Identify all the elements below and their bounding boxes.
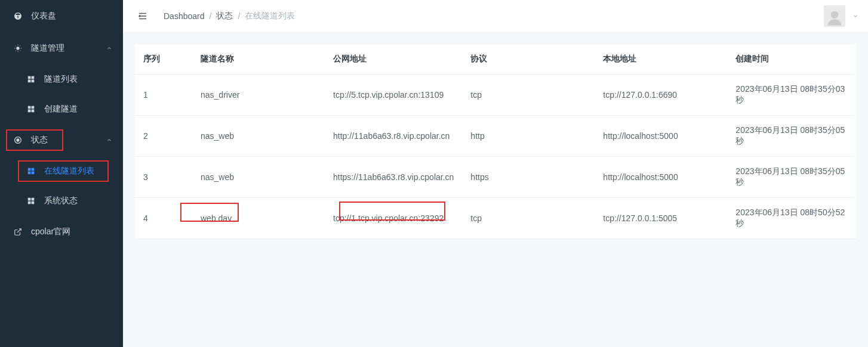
cell-created: 2023年06月13日 08时35分03秒 [727, 75, 856, 116]
grid-icon [26, 166, 36, 176]
topbar: Dashboard / 状态 / 在线隧道列表 [123, 0, 868, 32]
cell-seq: 1 [135, 75, 192, 116]
sidebar-label-official-site: cpolar官网 [31, 227, 70, 237]
svg-rect-12 [32, 168, 35, 171]
breadcrumb-sep: / [238, 11, 240, 21]
svg-point-10 [17, 139, 19, 141]
cell-created: 2023年06月13日 08时35分05秒 [727, 157, 856, 198]
sidebar-item-online-tunnels[interactable]: 在线隧道列表 [0, 156, 123, 186]
sidebar-item-tunnel-list[interactable]: 隧道列表 [0, 64, 123, 94]
th-seq: 序列 [135, 44, 192, 75]
cell-public: tcp://5.tcp.vip.cpolar.cn:13109 [325, 75, 462, 116]
cell-protocol: tcp [462, 75, 595, 116]
sidebar: 仪表盘 隧道管理 隧道列表 创建隧道 状态 [0, 0, 123, 347]
cell-protocol: tcp [462, 198, 595, 239]
cell-seq: 4 [135, 198, 192, 239]
th-name: 隧道名称 [192, 44, 325, 75]
breadcrumb-dashboard[interactable]: Dashboard [164, 11, 205, 21]
cell-public: tcp://1.tcp.vip.cpolar.cn:23292 [325, 198, 462, 239]
th-created: 创建时间 [727, 44, 856, 75]
sidebar-item-status[interactable]: 状态 [0, 124, 123, 156]
th-public: 公网地址 [325, 44, 462, 75]
svg-rect-6 [32, 106, 35, 109]
sidebar-item-system-status[interactable]: 系统状态 [0, 186, 123, 216]
main-area: Dashboard / 状态 / 在线隧道列表 序列 隧道名称 公网地址 协议 … [123, 0, 868, 347]
svg-rect-17 [28, 202, 31, 205]
sidebar-toggle-icon[interactable] [137, 11, 148, 21]
sidebar-label-tunnel-mgmt: 隧道管理 [31, 43, 64, 54]
breadcrumb-sep: / [210, 11, 212, 21]
svg-rect-4 [32, 80, 35, 83]
svg-rect-13 [28, 172, 31, 175]
sidebar-label-system-status: 系统状态 [44, 196, 78, 206]
target-icon [13, 135, 23, 145]
external-link-icon [13, 227, 23, 237]
grid-icon [26, 196, 36, 206]
breadcrumb-current: 在线隧道列表 [245, 11, 295, 21]
sidebar-label-online-tunnels: 在线隧道列表 [44, 166, 94, 176]
cell-public-text: tcp://1.tcp.vip.cpolar.cn:23292 [333, 213, 444, 223]
sidebar-label-dashboard: 仪表盘 [31, 11, 56, 21]
svg-rect-18 [32, 202, 35, 205]
gear-icon [13, 44, 23, 53]
tunnels-table: 序列 隧道名称 公网地址 协议 本地地址 创建时间 1 nas_driver t… [135, 44, 856, 239]
svg-line-19 [17, 229, 21, 233]
grid-icon [26, 104, 36, 114]
table-row: 4 web dav tcp://1.tcp.vip.cpolar.cn:2329… [135, 198, 856, 239]
svg-rect-8 [32, 110, 35, 113]
svg-rect-5 [28, 106, 31, 109]
svg-rect-16 [32, 198, 35, 201]
svg-rect-15 [28, 198, 31, 201]
cell-public: https://11ab6a63.r8.vip.cpolar.cn [325, 157, 462, 198]
cell-created: 2023年06月13日 08时50分52秒 [727, 198, 856, 239]
sidebar-item-create-tunnel[interactable]: 创建隧道 [0, 94, 123, 124]
svg-rect-1 [28, 76, 31, 79]
table-row: 3 nas_web https://11ab6a63.r8.vip.cpolar… [135, 157, 856, 198]
svg-rect-2 [32, 76, 35, 79]
cell-local: http://localhost:5000 [595, 116, 727, 157]
cell-seq: 3 [135, 157, 192, 198]
sidebar-item-official-site[interactable]: cpolar官网 [0, 216, 123, 248]
svg-rect-11 [28, 168, 31, 171]
cell-name: nas_web [192, 157, 325, 198]
svg-point-0 [16, 47, 19, 49]
cell-local: tcp://127.0.0.1:5005 [595, 198, 727, 239]
sidebar-item-dashboard[interactable]: 仪表盘 [0, 0, 123, 32]
cell-created: 2023年06月13日 08时35分05秒 [727, 116, 856, 157]
cell-protocol: https [462, 157, 595, 198]
th-protocol: 协议 [462, 44, 595, 75]
svg-point-23 [831, 11, 839, 19]
chevron-down-icon[interactable] [852, 13, 858, 19]
cell-name-text: web dav [201, 213, 232, 223]
grid-icon [26, 75, 36, 84]
sidebar-label-create-tunnel: 创建隧道 [44, 104, 78, 114]
table-row: 1 nas_driver tcp://5.tcp.vip.cpolar.cn:1… [135, 75, 856, 116]
cell-local: tcp://127.0.0.1:6690 [595, 75, 727, 116]
sidebar-label-tunnel-list: 隧道列表 [44, 74, 78, 85]
cell-seq: 2 [135, 116, 192, 157]
cell-public: http://11ab6a63.r8.vip.cpolar.cn [325, 116, 462, 157]
chevron-up-icon [106, 137, 112, 143]
dashboard-icon [13, 11, 23, 21]
content: 序列 隧道名称 公网地址 协议 本地地址 创建时间 1 nas_driver t… [123, 32, 868, 251]
breadcrumb-status[interactable]: 状态 [216, 11, 233, 21]
sidebar-label-status: 状态 [31, 135, 48, 145]
svg-rect-14 [32, 172, 35, 175]
sidebar-item-tunnel-mgmt[interactable]: 隧道管理 [0, 32, 123, 64]
svg-rect-7 [28, 110, 31, 113]
cell-protocol: http [462, 116, 595, 157]
table-row: 2 nas_web http://11ab6a63.r8.vip.cpolar.… [135, 116, 856, 157]
table-header-row: 序列 隧道名称 公网地址 协议 本地地址 创建时间 [135, 44, 856, 75]
avatar[interactable] [824, 5, 845, 27]
cell-name: nas_web [192, 116, 325, 157]
cell-name: nas_driver [192, 75, 325, 116]
chevron-up-icon [106, 45, 112, 51]
svg-rect-3 [28, 80, 31, 83]
cell-name: web dav [192, 198, 325, 239]
th-local: 本地地址 [595, 44, 727, 75]
cell-local: http://localhost:5000 [595, 157, 727, 198]
